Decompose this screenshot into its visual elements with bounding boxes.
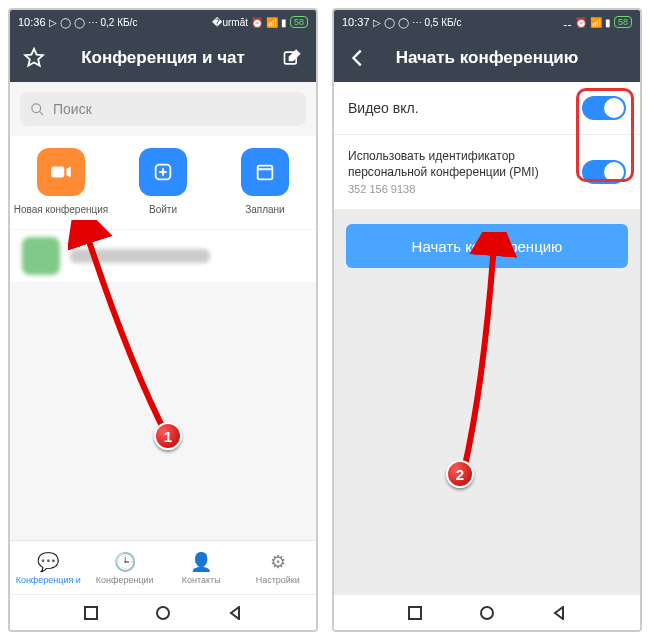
content-body: Поиск Новая конференция Войти Заплани xyxy=(10,82,316,540)
nav-chat[interactable]: 💬 Конференция и xyxy=(10,541,87,594)
battery-icon: 58 xyxy=(290,16,308,28)
page-title: Начать конференцию xyxy=(396,48,579,68)
clock-icon: 🕒 xyxy=(114,551,136,573)
phone-right: 10:37 ▷ ◯ ◯ ⋯ 0,5 КБ/с ⚋ ⏰ 📶 ▮ 58 Начать… xyxy=(332,8,642,632)
star-icon[interactable] xyxy=(22,46,46,70)
status-bar: 10:37 ▷ ◯ ◯ ⋯ 0,5 КБ/с ⚋ ⏰ 📶 ▮ 58 xyxy=(334,10,640,34)
pmi-value: 352 156 9138 xyxy=(348,183,574,195)
video-toggle-row[interactable]: Видео вкл. xyxy=(334,82,640,135)
title-bar: Конференция и чат xyxy=(10,34,316,82)
content-body: Видео вкл. Использовать идентификатор пе… xyxy=(334,82,640,594)
svg-rect-2 xyxy=(51,167,64,178)
alarm-icon: ⏰ xyxy=(575,17,587,28)
page-title: Конференция и чат xyxy=(81,48,245,68)
annotation-marker-1: 1 xyxy=(154,422,182,450)
search-input[interactable]: Поиск xyxy=(20,92,306,126)
nav-label: Конференция и xyxy=(16,575,81,585)
start-meeting-button[interactable]: Начать конференцию xyxy=(346,224,628,268)
status-time: 10:37 xyxy=(342,16,370,28)
plus-icon xyxy=(139,148,187,196)
chat-icon: 💬 xyxy=(37,551,59,573)
gear-icon: ⚙ xyxy=(270,551,286,573)
play-icon: ▷ xyxy=(373,17,381,28)
status-bar: 10:36 ▷ ◯ ◯ ⋯ 0,2 КБ/с �următ ⏰ 📶 ▮ 58 xyxy=(10,10,316,34)
video-toggle[interactable] xyxy=(582,96,626,120)
play-icon: ▷ xyxy=(49,17,57,28)
avatar xyxy=(22,237,60,275)
svg-rect-4 xyxy=(258,166,273,180)
svg-point-6 xyxy=(157,607,169,619)
schedule-label: Заплани xyxy=(245,204,285,215)
home-icon[interactable] xyxy=(480,606,494,620)
svg-rect-5 xyxy=(85,607,97,619)
calendar-icon xyxy=(241,148,289,196)
annotation-arrow xyxy=(424,232,524,482)
net-speed: 0,5 КБ/с xyxy=(425,17,462,28)
signal-icon: ▮ xyxy=(281,17,287,28)
search-placeholder: Поиск xyxy=(53,101,92,117)
nav-settings[interactable]: ⚙ Настройки xyxy=(240,541,317,594)
nav-label: Контакты xyxy=(182,575,221,585)
wifi-icon: 📶 xyxy=(266,17,278,28)
phone-left: 10:36 ▷ ◯ ◯ ⋯ 0,2 КБ/с �următ ⏰ 📶 ▮ 58 К… xyxy=(8,8,318,632)
net-speed: 0,2 КБ/с xyxy=(101,17,138,28)
bluetooth-icon: ⚋ xyxy=(563,17,572,28)
search-icon xyxy=(30,102,45,117)
dots-icon: ⋯ xyxy=(412,17,422,28)
yandex-icon: ◯ xyxy=(74,17,85,28)
yandex-icon: ◯ xyxy=(384,17,395,28)
new-meeting-button[interactable]: Новая конференция xyxy=(10,148,112,215)
join-label: Войти xyxy=(149,204,177,215)
nav-label: Конференции xyxy=(96,575,154,585)
back-icon[interactable] xyxy=(346,46,370,70)
contacts-icon: 👤 xyxy=(190,551,212,573)
nav-contacts[interactable]: 👤 Контакты xyxy=(163,541,240,594)
back-icon[interactable] xyxy=(552,606,566,620)
yandex-icon: ◯ xyxy=(398,17,409,28)
bottom-nav: 💬 Конференция и 🕒 Конференции 👤 Контакты… xyxy=(10,540,316,594)
svg-rect-7 xyxy=(409,607,421,619)
system-nav xyxy=(10,594,316,630)
pmi-label: Использовать идентификатор персональной … xyxy=(348,149,574,180)
pmi-toggle-row[interactable]: Использовать идентификатор персональной … xyxy=(334,135,640,210)
recent-icon[interactable] xyxy=(408,606,422,620)
wifi-icon: 📶 xyxy=(590,17,602,28)
nav-meetings[interactable]: 🕒 Конференции xyxy=(87,541,164,594)
pmi-toggle[interactable] xyxy=(582,160,626,184)
battery-icon: 58 xyxy=(614,16,632,28)
signal-icon: ▮ xyxy=(605,17,611,28)
alarm-icon: ⏰ xyxy=(251,17,263,28)
status-time: 10:36 xyxy=(18,16,46,28)
video-label: Видео вкл. xyxy=(348,100,419,116)
svg-point-1 xyxy=(32,103,41,112)
dots-icon: ⋯ xyxy=(88,17,98,28)
blurred-text xyxy=(70,249,210,263)
system-nav xyxy=(334,594,640,630)
action-row: Новая конференция Войти Заплани xyxy=(10,136,316,229)
video-icon xyxy=(37,148,85,196)
new-meeting-label: Новая конференция xyxy=(14,204,108,215)
compose-icon[interactable] xyxy=(280,46,304,70)
nav-label: Настройки xyxy=(256,575,300,585)
recent-icon[interactable] xyxy=(84,606,98,620)
start-button-label: Начать конференцию xyxy=(412,238,563,255)
home-icon[interactable] xyxy=(156,606,170,620)
join-button[interactable]: Войти xyxy=(112,148,214,215)
svg-point-8 xyxy=(481,607,493,619)
annotation-marker-2: 2 xyxy=(446,460,474,488)
back-icon[interactable] xyxy=(228,606,242,620)
list-item[interactable] xyxy=(10,230,316,282)
schedule-button[interactable]: Заплани xyxy=(214,148,316,215)
yandex-icon: ◯ xyxy=(60,17,71,28)
spacer xyxy=(604,46,628,70)
title-bar: Начать конференцию xyxy=(334,34,640,82)
bluetooth-icon: �următ xyxy=(212,17,248,28)
